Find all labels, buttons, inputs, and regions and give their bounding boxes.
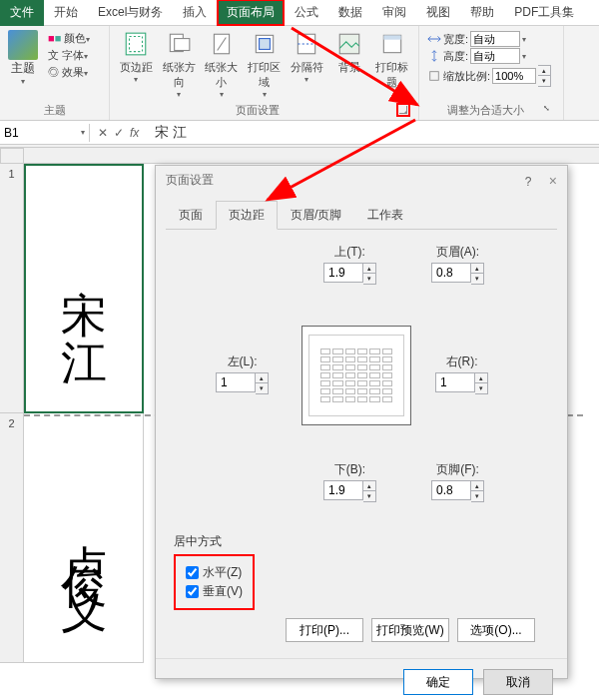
zoom-down[interactable]: ▾ [538,76,550,86]
print-preview-button[interactable]: 打印预览(W) [371,618,449,642]
spin-down[interactable]: ▾ [363,491,375,501]
themes-label: 主题 [11,60,35,77]
tab-margins[interactable]: 页边距 [216,201,278,230]
margin-header-field: 页眉(A): ▴▾ [431,244,484,285]
spin-up[interactable]: ▴ [471,264,483,274]
print-titles-icon [378,30,406,58]
cell-b2-text: 卢俊义 [61,508,107,568]
spin-up[interactable]: ▴ [363,264,375,274]
menu-insert[interactable]: 插入 [173,0,217,26]
spin-down[interactable]: ▾ [471,491,483,501]
fx-icon[interactable]: fx [130,126,139,140]
margins-button[interactable]: 页边距▾ [118,30,155,84]
menu-pdf-tools[interactable]: PDF工具集 [504,0,584,26]
spin-down[interactable]: ▾ [256,383,268,393]
margin-right-input[interactable] [435,372,475,392]
spin-up[interactable]: ▴ [256,373,268,383]
cell-b2[interactable]: 卢俊义 [24,413,144,663]
themes-button[interactable]: 主题 ▾ [8,30,38,86]
tab-sheet[interactable]: 工作表 [354,201,416,230]
ribbon-group-page-setup: 页边距▾ 纸张方向▾ 纸张大小▾ 打印区域▾ 分隔符▾ 背景 [110,26,419,120]
spin-down[interactable]: ▾ [475,383,487,393]
margin-top-input[interactable] [323,263,363,283]
orientation-button[interactable]: 纸张方向▾ [161,30,198,99]
menu-formulas[interactable]: 公式 [285,0,328,26]
chevron-down-icon[interactable]: ▾ [81,128,85,137]
margin-bottom-input[interactable] [323,480,363,500]
zoom-input[interactable] [492,68,536,84]
column-headers[interactable] [24,148,599,164]
zoom-up[interactable]: ▴ [538,66,550,76]
spin-up[interactable]: ▴ [475,373,487,383]
svg-rect-3 [175,39,190,51]
menu-page-layout[interactable]: 页面布局 [217,0,285,26]
menu-file[interactable]: 文件 [0,0,44,26]
breaks-button[interactable]: 分隔符▾ [289,30,325,84]
cancel-icon[interactable]: ✕ [98,126,108,140]
margin-top-field: 上(T): ▴▾ [323,244,376,285]
menu-review[interactable]: 审阅 [372,0,416,26]
dialog-help-button[interactable]: ? [525,175,532,189]
menubar: 文件 开始 Excel与财务 插入 页面布局 公式 数据 审阅 视图 帮助 PD… [0,0,599,26]
spin-down[interactable]: ▾ [363,274,375,284]
spin-up[interactable]: ▴ [363,481,375,491]
colors-button[interactable]: ■■ 颜色▾ [48,30,90,47]
width-input[interactable] [470,31,520,47]
effects-button[interactable]: ◎ 效果▾ [48,64,90,81]
cell-b1[interactable]: 宋 江 [24,164,144,413]
page-setup-group-label: 页面设置 [118,101,396,118]
height-label: 高度: [443,49,468,64]
margin-footer-input[interactable] [431,480,471,500]
menu-excel-finance[interactable]: Excel与财务 [88,0,173,26]
svg-rect-6 [259,39,270,50]
chevron-down-icon[interactable]: ▾ [522,35,526,44]
center-mode-title: 居中方式 [174,533,549,550]
margin-header-input[interactable] [431,263,471,283]
print-titles-button[interactable]: 打印标题 [373,30,410,90]
dialog-title: 页面设置 [166,172,214,189]
page-setup-dialog: 页面设置 ? × 页面 页边距 页眉/页脚 工作表 上(T): ▴▾ 页眉(A)… [155,165,568,679]
formula-input[interactable]: 宋 江 [147,122,599,144]
name-box[interactable]: ▾ [0,124,90,142]
margin-footer-label: 页脚(F): [431,461,484,478]
fonts-button[interactable]: 文 字体▾ [48,47,90,64]
center-horizontal-label: 水平(Z) [203,564,242,581]
spin-up[interactable]: ▴ [471,481,483,491]
margin-preview [301,326,411,425]
margin-left-input[interactable] [216,372,256,392]
cancel-button[interactable]: 取消 [483,669,553,695]
ribbon-group-scale: 宽度: ▾ 高度: ▾ 缩放比例: ▴▾ 调整为合适大小 ⤡ [419,26,564,120]
print-area-button[interactable]: 打印区域▾ [246,30,283,99]
center-mode-section: 居中方式 水平(Z) 垂直(V) [174,533,549,610]
menu-home[interactable]: 开始 [44,0,88,26]
tab-page[interactable]: 页面 [166,201,216,230]
background-icon [335,30,363,58]
name-box-input[interactable] [4,126,64,140]
center-horizontal-checkbox[interactable] [186,566,199,579]
menu-data[interactable]: 数据 [328,0,372,26]
center-vertical-checkbox[interactable] [186,585,199,598]
print-button[interactable]: 打印(P)... [286,618,363,642]
paper-size-icon [208,30,236,58]
ribbon: 主题 ▾ ■■ 颜色▾ 文 字体▾ ◎ 效果▾ 主题 页边距▾ 纸张方向▾ 纸张 [0,26,599,121]
spin-down[interactable]: ▾ [471,274,483,284]
select-all-corner[interactable] [0,148,24,164]
tab-header-footer[interactable]: 页眉/页脚 [278,201,354,230]
chevron-down-icon[interactable]: ▾ [522,52,526,61]
options-button[interactable]: 选项(O)... [457,618,535,642]
page-setup-dialog-launcher[interactable] [396,103,410,117]
row-header-2[interactable]: 2 [0,413,23,663]
background-button[interactable]: 背景 [331,30,368,75]
row-header-1[interactable]: 1 [0,164,23,413]
ok-button[interactable]: 确定 [403,669,473,695]
scale-dialog-launcher[interactable]: ⤡ [543,104,555,116]
row-headers: 1 2 [0,164,24,663]
height-input[interactable] [470,48,520,64]
menu-view[interactable]: 视图 [416,0,460,26]
dialog-tabs: 页面 页边距 页眉/页脚 工作表 [166,201,557,230]
themes-icon [8,30,38,60]
paper-size-button[interactable]: 纸张大小▾ [203,30,240,99]
menu-help[interactable]: 帮助 [460,0,504,26]
confirm-icon[interactable]: ✓ [114,126,124,140]
dialog-close-button[interactable]: × [549,173,557,189]
